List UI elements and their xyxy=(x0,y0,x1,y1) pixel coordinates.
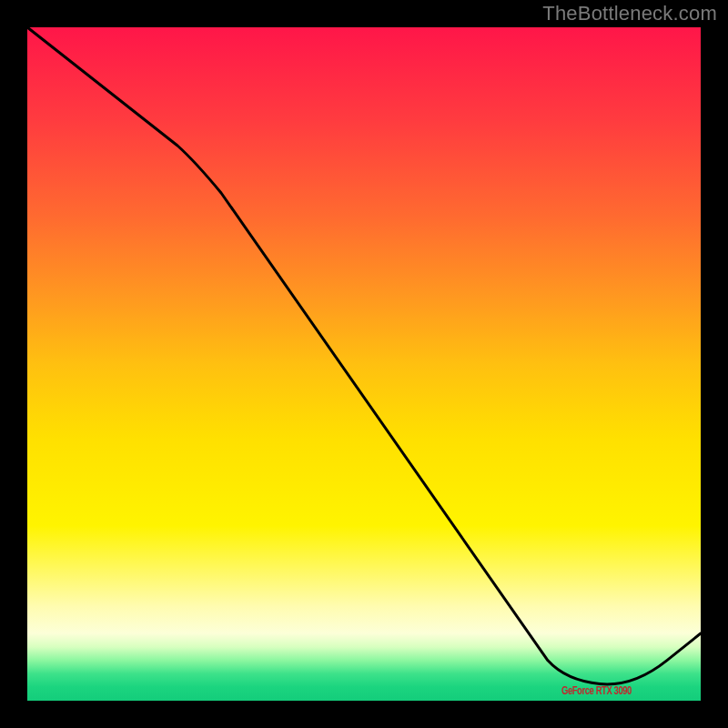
bottleneck-curve xyxy=(27,27,701,701)
chart-frame: TheBottleneck.com GeForce RTX 3090 xyxy=(0,0,728,728)
watermark-text: TheBottleneck.com xyxy=(542,2,717,25)
gpu-annotation: GeForce RTX 3090 xyxy=(561,683,632,697)
